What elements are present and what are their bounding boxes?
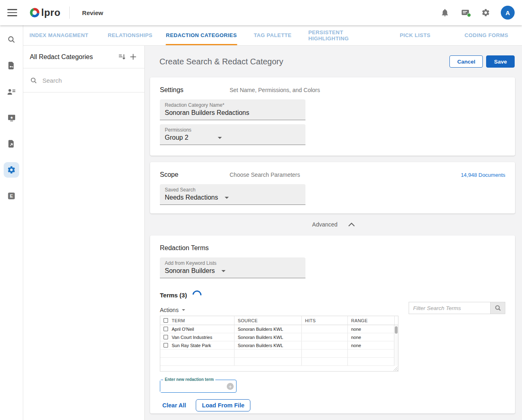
tab-pick-lists[interactable]: PICK LISTS (380, 25, 451, 45)
enterprise-e-icon[interactable]: E (4, 188, 19, 204)
col-range: RANGE (348, 316, 395, 325)
keyword-lists-dropdown[interactable]: Add from Keyword Lists Sonoran Builders (160, 257, 305, 278)
col-hits: HITS (302, 316, 348, 325)
left-icon-rail: ★ E (0, 25, 23, 420)
keyword-lists-label: Add from Keyword Lists (165, 260, 301, 266)
categories-search (23, 68, 144, 92)
documents-count-link[interactable]: 14,948 Documents (461, 172, 505, 178)
terms-table: TERM SOURCE HITS RANGE April O'Neil Sono… (160, 316, 398, 372)
redaction-category-name-value: Sonoran Builders Redactions (165, 109, 249, 117)
resize-handle[interactable] (393, 366, 398, 371)
new-redaction-term-label: Enter new redaction term (163, 377, 215, 382)
new-redaction-term-input[interactable] (160, 380, 221, 392)
cancel-button[interactable]: Cancel (449, 55, 483, 68)
user-avatar[interactable]: A (501, 6, 515, 20)
chevron-up-icon (348, 222, 355, 226)
sort-icon[interactable] (116, 51, 127, 63)
tab-redaction-categories[interactable]: REDACTION CATEGORIES (166, 25, 237, 45)
cell-range: none (348, 333, 395, 341)
chevron-down-icon (225, 197, 229, 199)
cell-term: Van Court Industries (172, 335, 212, 340)
terms-count-label: Terms (3) (160, 292, 187, 299)
filter-search-button[interactable] (490, 302, 505, 314)
loading-spinner-icon (191, 289, 203, 301)
row-checkbox[interactable] (164, 335, 168, 339)
redaction-category-name-field[interactable]: Redaction Category Name* Sonoran Builder… (160, 99, 305, 120)
ipro-logo-swirl-icon (29, 7, 40, 18)
main-content: Create Search & Redact Category Cancel S… (145, 46, 522, 420)
tab-tag-palette[interactable]: TAG PALETTE (237, 25, 308, 45)
actions-dropdown[interactable]: Actions (160, 307, 185, 314)
system-status-icon[interactable] (460, 7, 471, 18)
chevron-down-icon (218, 137, 222, 139)
settings-card: Settings Set Name, Permissions, and Colo… (150, 77, 515, 156)
categories-search-input[interactable] (42, 77, 132, 84)
scope-card-title: Scope (160, 171, 230, 178)
categories-panel-title: All Redact Categories (30, 53, 116, 61)
advanced-toggle[interactable]: Advanced (145, 213, 522, 235)
tab-index-management[interactable]: INDEX MANAGEMENT (23, 25, 95, 45)
topbar-divider (69, 7, 70, 19)
filter-search-terms-input[interactable] (409, 302, 490, 314)
search-icon[interactable] (4, 32, 19, 47)
settings-gear-icon[interactable] (480, 7, 491, 18)
table-row-empty (160, 358, 398, 366)
select-all-checkbox[interactable] (164, 318, 168, 323)
cell-term: April O'Neil (172, 327, 194, 332)
save-button[interactable]: Save (486, 55, 515, 68)
scope-card-subtitle: Choose Search Parameters (230, 172, 461, 178)
saved-search-dropdown[interactable]: Saved Search Needs Redactions (160, 184, 305, 205)
keyword-lists-value: Sonoran Builders (165, 267, 215, 275)
search-icon (30, 77, 38, 84)
scrollbar-thumb[interactable] (395, 326, 398, 334)
permissions-label: Permissions (165, 127, 301, 133)
document-key-icon[interactable] (4, 58, 19, 73)
cell-hits (302, 341, 348, 349)
person-list-icon[interactable] (4, 84, 19, 99)
table-row[interactable]: Van Court Industries Sonoran Builders KW… (160, 333, 398, 341)
redaction-category-name-label: Redaction Category Name* (165, 102, 301, 108)
notifications-bell-icon[interactable] (440, 7, 450, 18)
chevron-down-icon (221, 270, 226, 272)
table-row[interactable]: April O'Neil Sonoran Builders KWL none (160, 325, 398, 333)
settings-card-title: Settings (160, 86, 230, 94)
saved-search-label: Saved Search (165, 187, 301, 193)
section-tab-bar: INDEX MANAGEMENT RELATIONSHIPS REDACTION… (23, 25, 522, 46)
ipro-logo: lpro (29, 7, 60, 18)
chevron-down-icon (182, 309, 185, 311)
cell-term: Sun Ray State Park (172, 343, 211, 348)
tab-persistent-highlighting[interactable]: PERSISTENT HIGHLIGHTING (308, 25, 380, 45)
cell-range: none (348, 325, 395, 333)
load-from-file-button[interactable]: Load From File (196, 399, 250, 411)
cell-source: Sonoran Builders KWL (234, 333, 302, 341)
row-checkbox[interactable] (164, 343, 168, 347)
logo-text: lpro (41, 7, 60, 18)
file-export-icon[interactable] (4, 136, 19, 152)
table-scrollbar[interactable] (394, 325, 398, 366)
categories-panel: All Redact Categories (23, 46, 145, 420)
table-row-empty (160, 350, 398, 358)
settings-card-subtitle: Set Name, Permissions, and Colors (230, 87, 505, 93)
search-icon (494, 304, 502, 312)
hamburger-menu-icon[interactable] (7, 9, 17, 16)
online-status-dot (467, 13, 471, 17)
new-redaction-term-field: Enter new redaction term + (160, 380, 237, 393)
tab-coding-forms[interactable]: CODING FORMS (451, 25, 522, 45)
advanced-label: Advanced (312, 221, 337, 228)
tab-relationships[interactable]: RELATIONSHIPS (95, 25, 166, 45)
add-term-plus-icon[interactable]: + (227, 383, 234, 390)
clear-all-button[interactable]: Clear All (160, 400, 188, 410)
monitor-star-icon[interactable]: ★ (4, 110, 19, 125)
permissions-dropdown[interactable]: Permissions Group 2 (160, 124, 305, 145)
add-category-icon[interactable] (127, 51, 139, 63)
table-row[interactable]: Sun Ray State Park Sonoran Builders KWL … (160, 341, 398, 350)
module-title: Review (82, 9, 103, 16)
saved-search-value: Needs Redactions (165, 194, 218, 201)
scope-card: Scope Choose Search Parameters 14,948 Do… (150, 162, 515, 213)
cell-hits (302, 325, 348, 333)
cell-range: none (348, 341, 395, 349)
row-checkbox[interactable] (164, 327, 168, 331)
settings-gear-icon-active[interactable] (4, 162, 19, 178)
permissions-value: Group 2 (165, 134, 188, 141)
redaction-terms-card: Redaction Terms Add from Keyword Lists S… (150, 235, 515, 413)
